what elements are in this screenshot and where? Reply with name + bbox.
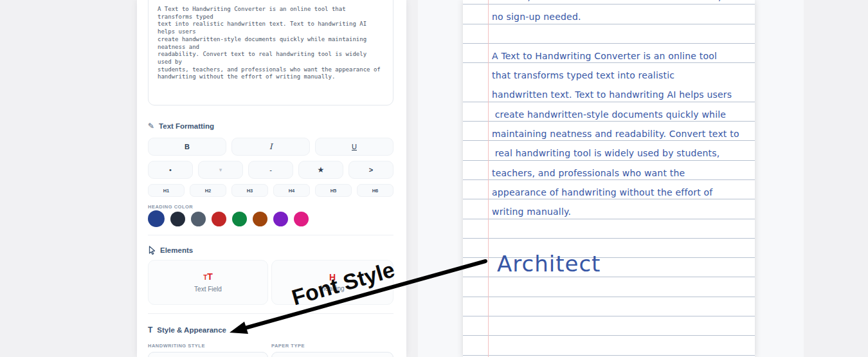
paper-type-label: PAPER TYPE <box>271 343 305 349</box>
handwriting-line: writing manually. <box>492 206 571 217</box>
handwriting-line: A Text to Handwriting Converter is an on… <box>492 51 717 61</box>
handwriting-line: the tool, and download as PNG or PDF 100… <box>492 0 721 2</box>
elements-header: Elements <box>148 246 193 255</box>
handwriting-line: no sign-up needed. <box>492 12 581 22</box>
color-swatch-pink[interactable] <box>294 212 309 226</box>
color-swatch-navy[interactable] <box>148 210 165 227</box>
style-appearance-header: T Style & Appearance <box>148 326 226 334</box>
text-style-icon: T <box>148 326 152 334</box>
heading-color-label: HEADING COLOR <box>148 204 193 210</box>
h5-button[interactable]: H5 <box>315 184 352 197</box>
heading-icon: H <box>329 273 336 282</box>
color-swatch-black[interactable] <box>170 212 185 226</box>
handwritten-text: the tool, and download as PNG or PDF 100… <box>463 0 755 357</box>
text-formatting-header: ✎ Text Formatting <box>148 122 214 130</box>
handwriting-line: teachers, and professionals who want the <box>492 168 685 178</box>
handwriting-style-select[interactable] <box>148 352 268 357</box>
handwriting-line: maintaining neatness and readability. Co… <box>492 129 739 139</box>
italic-button[interactable]: I <box>231 138 310 156</box>
text-field-label: Text Field <box>194 286 222 293</box>
underline-button[interactable]: U <box>315 138 393 156</box>
format-button-row: B I U <box>148 138 393 156</box>
heading-color-swatches <box>148 210 309 227</box>
bullet-list-button[interactable]: • <box>148 161 193 179</box>
handwriting-style-label: HANDWRITING STYLE <box>148 343 205 349</box>
pencil-icon: ✎ <box>148 122 154 130</box>
h4-button[interactable]: H4 <box>273 184 310 197</box>
page: A Text to Handwriting Converter is an on… <box>0 0 868 357</box>
style-appearance-title: Style & Appearance <box>157 326 226 334</box>
handwriting-line: handwritten text. Text to handwriting AI… <box>492 89 732 100</box>
star-list-button[interactable]: ★ <box>298 161 343 179</box>
paper-type-select[interactable] <box>271 352 393 357</box>
font-style-sample-text: Architect <box>497 251 601 277</box>
text-field-icon: TT <box>203 272 213 282</box>
dash-list-button[interactable]: - <box>248 161 293 179</box>
preview-panel: the tool, and download as PNG or PDF 100… <box>418 0 804 357</box>
element-card-text-field[interactable]: TT Text Field <box>148 260 268 305</box>
divider <box>148 235 393 235</box>
color-swatch-slate[interactable] <box>191 212 206 226</box>
text-formatting-title: Text Formatting <box>159 122 214 130</box>
h3-button[interactable]: H3 <box>231 184 268 197</box>
h2-button[interactable]: H2 <box>190 184 226 197</box>
arrow-list-button[interactable]: > <box>348 161 393 179</box>
handwriting-paper-preview: the tool, and download as PNG or PDF 100… <box>463 0 755 357</box>
heading-button-row: H1 H2 H3 H4 H5 H6 <box>148 184 393 197</box>
elements-title: Elements <box>160 246 193 254</box>
cursor-icon <box>148 246 156 255</box>
handwriting-line: real handwriting tool is widely used by … <box>492 148 719 158</box>
color-swatch-brown[interactable] <box>253 212 267 226</box>
list-button-row: • ▾ - ★ > <box>148 161 393 179</box>
editor-panel: A Text to Handwriting Converter is an on… <box>137 0 406 357</box>
handwriting-line: appearance of handwriting without the ef… <box>492 187 713 197</box>
handwriting-line: create handwritten-style documents quick… <box>492 109 726 120</box>
element-card-heading[interactable]: H Heading <box>271 260 393 305</box>
color-swatch-red[interactable] <box>212 212 226 226</box>
color-swatch-purple[interactable] <box>273 212 288 226</box>
bold-button[interactable]: B <box>148 138 226 156</box>
h1-button[interactable]: H1 <box>148 184 185 197</box>
handwriting-line: that transforms typed text into realisti… <box>492 70 674 80</box>
h6-button[interactable]: H6 <box>357 184 393 197</box>
chevron-down-button[interactable]: ▾ <box>198 161 243 179</box>
color-swatch-green[interactable] <box>232 212 247 226</box>
heading-label: Heading <box>320 285 344 292</box>
divider <box>148 313 393 314</box>
text-input[interactable]: A Text to Handwriting Converter is an on… <box>148 0 393 105</box>
